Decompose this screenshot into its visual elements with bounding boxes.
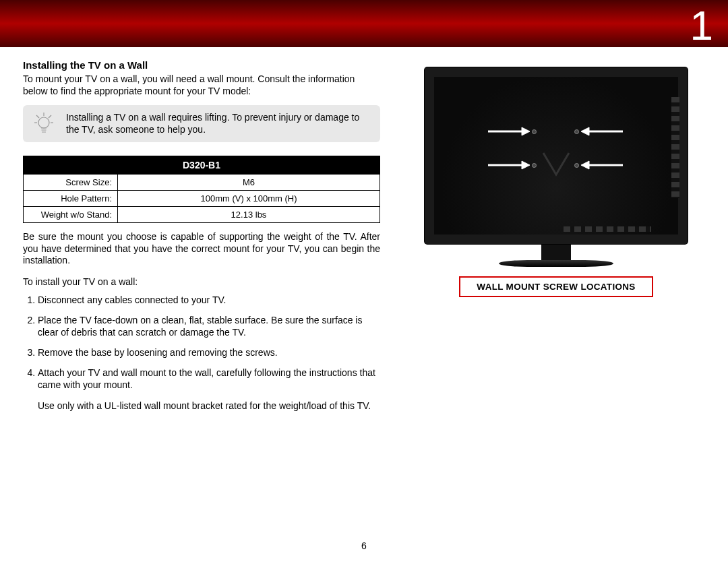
side-ports-icon xyxy=(671,97,679,198)
page-content: Installing the TV on a Wall To mount you… xyxy=(0,47,728,412)
right-column: WALL MOUNT SCREW LOCATIONS xyxy=(404,59,708,412)
spec-value: 100mm (V) x 100mm (H) xyxy=(118,191,380,207)
bottom-ports-icon xyxy=(564,226,651,232)
screw-hole-icon xyxy=(532,129,537,134)
svg-marker-7 xyxy=(522,127,530,135)
spec-value: M6 xyxy=(118,175,380,191)
left-column: Installing the TV on a Wall To mount you… xyxy=(23,59,380,412)
list-item: Disconnect any cables connected to your … xyxy=(38,294,380,306)
tv-stand-neck xyxy=(541,244,571,260)
arrow-left-icon xyxy=(581,160,624,170)
tv-back-figure: WALL MOUNT SCREW LOCATIONS xyxy=(425,67,688,297)
header-band: 1 xyxy=(0,0,728,47)
table-row: Screw Size: M6 xyxy=(24,175,380,191)
svg-marker-9 xyxy=(581,127,589,135)
svg-marker-11 xyxy=(522,161,530,169)
tv-stand-base xyxy=(499,260,613,267)
ul-note: Use only with a UL-listed wall mount bra… xyxy=(23,400,380,412)
list-item: Place the TV face-down on a clean, flat,… xyxy=(38,314,380,338)
spec-table: D320-B1 Screw Size: M6 Hole Pattern: 100… xyxy=(23,156,380,223)
intro-paragraph: To mount your TV on a wall, you will nee… xyxy=(23,73,380,97)
steps-list: Disconnect any cables connected to your … xyxy=(23,294,380,392)
svg-line-3 xyxy=(49,115,51,118)
table-row: Hole Pattern: 100mm (V) x 100mm (H) xyxy=(24,191,380,207)
screw-hole-icon xyxy=(574,129,579,134)
svg-line-2 xyxy=(36,115,39,118)
list-item: Remove the base by loosening and removin… xyxy=(38,346,380,358)
lightbulb-icon xyxy=(32,113,55,135)
spec-label: Screw Size: xyxy=(24,175,118,191)
page-number: 6 xyxy=(361,540,367,551)
section-heading: Installing the TV on a Wall xyxy=(23,59,380,71)
tv-back-panel xyxy=(425,67,688,244)
screw-hole-icon xyxy=(532,163,537,168)
chapter-number: 1 xyxy=(690,1,713,49)
list-item: Attach your TV and wall mount to the wal… xyxy=(38,367,380,391)
spec-value: 12.13 lbs xyxy=(118,207,380,223)
arrow-right-icon xyxy=(487,127,530,136)
instructions-intro: To install your TV on a wall: xyxy=(23,276,380,287)
arrow-left-icon xyxy=(581,127,624,136)
spec-table-header: D320-B1 xyxy=(24,156,380,175)
figure-caption: WALL MOUNT SCREW LOCATIONS xyxy=(459,276,653,297)
arrow-right-icon xyxy=(487,160,530,170)
tip-text: Installing a TV on a wall requires lifti… xyxy=(66,112,371,135)
svg-marker-13 xyxy=(581,161,589,169)
tip-callout: Installing a TV on a wall requires lifti… xyxy=(23,105,380,142)
screw-hole-icon xyxy=(574,163,579,168)
svg-point-0 xyxy=(38,117,49,128)
after-table-paragraph: Be sure the mount you choose is capable … xyxy=(23,231,380,267)
table-row: Weight w/o Stand: 12.13 lbs xyxy=(24,207,380,223)
spec-label: Weight w/o Stand: xyxy=(24,207,118,223)
brand-logo-icon xyxy=(539,149,573,179)
spec-label: Hole Pattern: xyxy=(24,191,118,207)
